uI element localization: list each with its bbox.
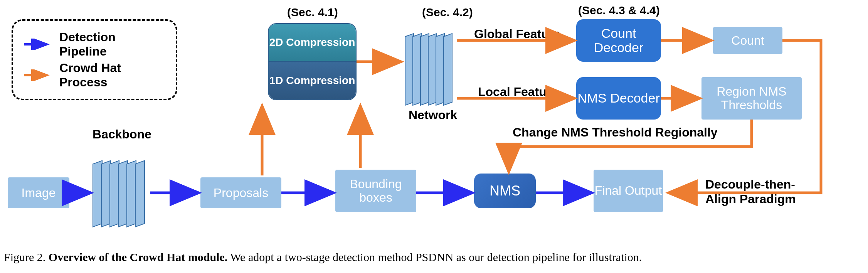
arrows-layer — [0, 0, 868, 247]
caption-bold: Overview of the Crowd Hat module. — [49, 251, 227, 263]
caption-rest: We adopt a two-stage detection method PS… — [227, 251, 642, 263]
caption-prefix: Figure 2. — [4, 251, 49, 263]
figure-caption: Figure 2. Overview of the Crowd Hat modu… — [4, 251, 642, 264]
